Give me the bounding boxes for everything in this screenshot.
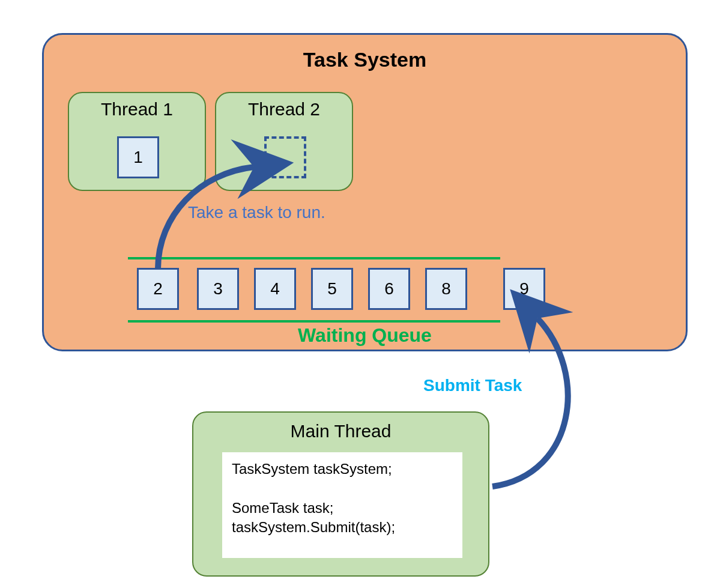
waiting-queue-label: Waiting Queue: [44, 324, 686, 347]
queue-cell: 3: [197, 268, 239, 310]
thread-1-label: Thread 1: [69, 99, 205, 120]
queue-cell: 8: [425, 268, 467, 310]
queue-cell: 5: [311, 268, 353, 310]
submit-task-label: Submit Task: [423, 376, 522, 395]
thread-2-label: Thread 2: [216, 99, 352, 120]
task-system-title: Task System: [44, 48, 686, 71]
main-thread-label: Main Thread: [193, 421, 488, 441]
main-thread-code: TaskSystem taskSystem; SomeTask task; ta…: [222, 452, 462, 558]
thread-1-task-cell: 1: [117, 136, 159, 178]
thread-2-box: Thread 2: [215, 92, 353, 191]
main-thread-box: Main Thread TaskSystem taskSystem; SomeT…: [192, 411, 489, 577]
queue-cell: 4: [254, 268, 296, 310]
incoming-task-cell: 9: [503, 268, 545, 310]
waiting-queue-bottom-line: [128, 320, 500, 323]
task-system-panel: Task System Thread 1 1 Thread 2 Take a t…: [42, 33, 688, 351]
take-task-label: Take a task to run.: [188, 203, 325, 222]
waiting-queue-top-line: [128, 257, 500, 259]
thread-2-placeholder-cell: [264, 136, 306, 178]
queue-cell: 2: [137, 268, 179, 310]
queue-cell: 6: [368, 268, 410, 310]
thread-1-box: Thread 1 1: [68, 92, 206, 191]
